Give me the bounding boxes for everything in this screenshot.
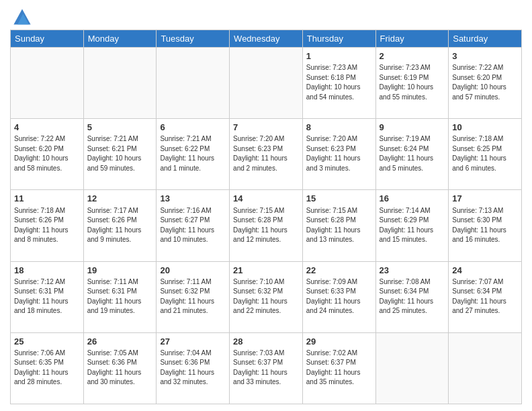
col-header-saturday: Saturday <box>449 30 522 48</box>
header <box>10 7 522 26</box>
day-info: Sunrise: 7:21 AMSunset: 6:22 PMDaylight:… <box>160 134 226 173</box>
day-info: Sunrise: 7:13 AMSunset: 6:30 PMDaylight:… <box>452 206 518 245</box>
calendar-cell <box>230 48 303 119</box>
calendar-cell: 16Sunrise: 7:14 AMSunset: 6:29 PMDayligh… <box>375 190 449 261</box>
calendar-cell: 27Sunrise: 7:04 AMSunset: 6:36 PMDayligh… <box>157 332 230 404</box>
col-header-monday: Monday <box>83 30 157 48</box>
day-number: 5 <box>87 122 153 134</box>
day-info: Sunrise: 7:23 AMSunset: 6:18 PMDaylight:… <box>306 63 372 102</box>
day-info: Sunrise: 7:14 AMSunset: 6:29 PMDaylight:… <box>380 206 445 245</box>
day-info: Sunrise: 7:20 AMSunset: 6:23 PMDaylight:… <box>233 134 299 173</box>
day-number: 14 <box>233 193 299 205</box>
calendar-cell: 9Sunrise: 7:19 AMSunset: 6:24 PMDaylight… <box>375 119 449 190</box>
week-row-4: 25Sunrise: 7:06 AMSunset: 6:35 PMDayligh… <box>11 332 522 404</box>
day-number: 27 <box>160 336 226 348</box>
calendar-cell: 10Sunrise: 7:18 AMSunset: 6:25 PMDayligh… <box>449 119 522 190</box>
day-info: Sunrise: 7:12 AMSunset: 6:31 PMDaylight:… <box>14 277 80 316</box>
logo-icon <box>13 7 32 26</box>
day-number: 9 <box>380 122 445 134</box>
day-info: Sunrise: 7:09 AMSunset: 6:33 PMDaylight:… <box>306 277 372 316</box>
calendar-cell: 1Sunrise: 7:23 AMSunset: 6:18 PMDaylight… <box>302 48 375 119</box>
day-number: 1 <box>306 50 372 62</box>
calendar-body: 1Sunrise: 7:23 AMSunset: 6:18 PMDaylight… <box>11 48 522 404</box>
calendar-cell: 22Sunrise: 7:09 AMSunset: 6:33 PMDayligh… <box>302 261 375 332</box>
day-number: 8 <box>306 122 372 134</box>
day-number: 19 <box>87 265 153 277</box>
day-info: Sunrise: 7:18 AMSunset: 6:25 PMDaylight:… <box>452 134 518 173</box>
col-header-tuesday: Tuesday <box>157 30 230 48</box>
calendar-cell <box>375 332 449 404</box>
week-row-2: 11Sunrise: 7:18 AMSunset: 6:26 PMDayligh… <box>11 190 522 261</box>
calendar-cell: 15Sunrise: 7:15 AMSunset: 6:28 PMDayligh… <box>302 190 375 261</box>
day-number: 26 <box>87 336 153 348</box>
calendar-cell: 11Sunrise: 7:18 AMSunset: 6:26 PMDayligh… <box>11 190 84 261</box>
day-info: Sunrise: 7:15 AMSunset: 6:28 PMDaylight:… <box>306 206 372 245</box>
day-info: Sunrise: 7:11 AMSunset: 6:32 PMDaylight:… <box>160 277 226 316</box>
calendar-cell: 23Sunrise: 7:08 AMSunset: 6:34 PMDayligh… <box>375 261 449 332</box>
day-info: Sunrise: 7:11 AMSunset: 6:31 PMDaylight:… <box>87 277 153 316</box>
day-number: 18 <box>14 265 80 277</box>
col-header-thursday: Thursday <box>302 30 375 48</box>
calendar-cell: 24Sunrise: 7:07 AMSunset: 6:34 PMDayligh… <box>449 261 522 332</box>
calendar: SundayMondayTuesdayWednesdayThursdayFrid… <box>10 30 522 404</box>
logo <box>10 9 32 26</box>
day-number: 11 <box>14 193 80 205</box>
calendar-cell: 29Sunrise: 7:02 AMSunset: 6:37 PMDayligh… <box>302 332 375 404</box>
day-info: Sunrise: 7:22 AMSunset: 6:20 PMDaylight:… <box>14 134 80 173</box>
calendar-cell: 19Sunrise: 7:11 AMSunset: 6:31 PMDayligh… <box>83 261 157 332</box>
calendar-cell: 4Sunrise: 7:22 AMSunset: 6:20 PMDaylight… <box>11 119 84 190</box>
day-info: Sunrise: 7:17 AMSunset: 6:26 PMDaylight:… <box>87 206 153 245</box>
day-info: Sunrise: 7:02 AMSunset: 6:37 PMDaylight:… <box>306 349 372 387</box>
col-header-sunday: Sunday <box>11 30 84 48</box>
day-number: 6 <box>160 122 226 134</box>
day-number: 21 <box>233 265 299 277</box>
calendar-cell: 26Sunrise: 7:05 AMSunset: 6:36 PMDayligh… <box>83 332 157 404</box>
day-info: Sunrise: 7:05 AMSunset: 6:36 PMDaylight:… <box>87 349 153 387</box>
day-number: 15 <box>306 193 372 205</box>
calendar-cell: 7Sunrise: 7:20 AMSunset: 6:23 PMDaylight… <box>230 119 303 190</box>
calendar-cell: 20Sunrise: 7:11 AMSunset: 6:32 PMDayligh… <box>157 261 230 332</box>
day-number: 7 <box>233 122 299 134</box>
calendar-cell: 28Sunrise: 7:03 AMSunset: 6:37 PMDayligh… <box>230 332 303 404</box>
day-info: Sunrise: 7:20 AMSunset: 6:23 PMDaylight:… <box>306 134 372 173</box>
day-info: Sunrise: 7:04 AMSunset: 6:36 PMDaylight:… <box>160 349 226 387</box>
day-number: 25 <box>14 336 80 348</box>
calendar-cell: 25Sunrise: 7:06 AMSunset: 6:35 PMDayligh… <box>11 332 84 404</box>
day-number: 10 <box>452 122 518 134</box>
day-info: Sunrise: 7:16 AMSunset: 6:27 PMDaylight:… <box>160 206 226 245</box>
day-number: 23 <box>380 265 445 277</box>
calendar-cell <box>449 332 522 404</box>
day-number: 4 <box>14 122 80 134</box>
day-number: 3 <box>452 50 518 62</box>
day-info: Sunrise: 7:10 AMSunset: 6:32 PMDaylight:… <box>233 277 299 316</box>
day-number: 12 <box>87 193 153 205</box>
calendar-header-row: SundayMondayTuesdayWednesdayThursdayFrid… <box>11 30 522 48</box>
calendar-cell: 14Sunrise: 7:15 AMSunset: 6:28 PMDayligh… <box>230 190 303 261</box>
day-info: Sunrise: 7:19 AMSunset: 6:24 PMDaylight:… <box>380 134 445 173</box>
day-info: Sunrise: 7:22 AMSunset: 6:20 PMDaylight:… <box>452 63 518 102</box>
day-number: 2 <box>380 50 445 62</box>
col-header-wednesday: Wednesday <box>230 30 303 48</box>
page: SundayMondayTuesdayWednesdayThursdayFrid… <box>0 0 532 411</box>
calendar-cell: 17Sunrise: 7:13 AMSunset: 6:30 PMDayligh… <box>449 190 522 261</box>
day-number: 17 <box>452 193 518 205</box>
day-info: Sunrise: 7:18 AMSunset: 6:26 PMDaylight:… <box>14 206 80 245</box>
day-number: 20 <box>160 265 226 277</box>
calendar-cell: 21Sunrise: 7:10 AMSunset: 6:32 PMDayligh… <box>230 261 303 332</box>
calendar-cell <box>157 48 230 119</box>
calendar-cell: 13Sunrise: 7:16 AMSunset: 6:27 PMDayligh… <box>157 190 230 261</box>
calendar-cell: 2Sunrise: 7:23 AMSunset: 6:19 PMDaylight… <box>375 48 449 119</box>
calendar-cell: 3Sunrise: 7:22 AMSunset: 6:20 PMDaylight… <box>449 48 522 119</box>
day-number: 13 <box>160 193 226 205</box>
day-info: Sunrise: 7:07 AMSunset: 6:34 PMDaylight:… <box>452 277 518 316</box>
calendar-cell: 8Sunrise: 7:20 AMSunset: 6:23 PMDaylight… <box>302 119 375 190</box>
day-info: Sunrise: 7:03 AMSunset: 6:37 PMDaylight:… <box>233 349 299 387</box>
day-info: Sunrise: 7:15 AMSunset: 6:28 PMDaylight:… <box>233 206 299 245</box>
col-header-friday: Friday <box>375 30 449 48</box>
day-number: 16 <box>380 193 445 205</box>
day-info: Sunrise: 7:08 AMSunset: 6:34 PMDaylight:… <box>380 277 445 316</box>
day-number: 29 <box>306 336 372 348</box>
calendar-cell <box>11 48 84 119</box>
day-info: Sunrise: 7:06 AMSunset: 6:35 PMDaylight:… <box>14 349 80 387</box>
day-number: 28 <box>233 336 299 348</box>
